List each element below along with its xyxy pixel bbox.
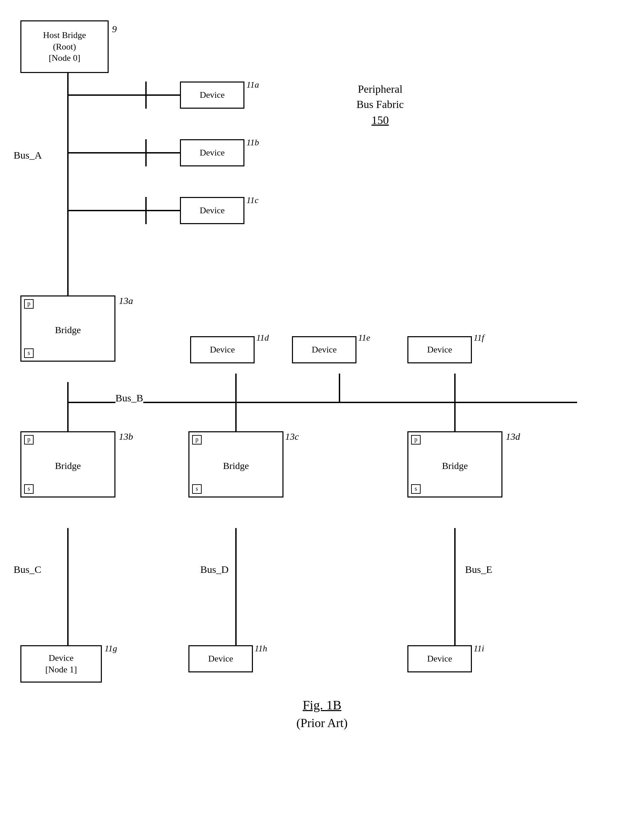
device-11h-label: Device xyxy=(208,653,233,665)
device-11b-box: Device xyxy=(180,139,244,166)
device-11g-box: Device [Node 1] xyxy=(20,645,102,683)
bus-a-label: Bus_A xyxy=(14,149,42,161)
bus-e-label: Bus_E xyxy=(465,564,492,575)
bridge-13c-label: Bridge xyxy=(223,460,249,472)
device-11f-box: Device xyxy=(407,336,472,363)
ref-13d: 13d xyxy=(506,431,520,442)
bridge-13d-box: p Bridge s xyxy=(407,431,502,498)
bridge-13d-port-s: s xyxy=(411,484,420,494)
peripheral-number: 150 xyxy=(371,114,389,126)
host-bridge-box: Host Bridge (Root) [Node 0] xyxy=(20,20,109,73)
ref-11i: 11i xyxy=(474,643,484,654)
figure-caption: Fig. 1B (Prior Art) xyxy=(0,698,644,730)
ref-11c: 11c xyxy=(246,195,259,205)
device-11a-label: Device xyxy=(200,89,225,101)
ref-11g: 11g xyxy=(105,643,117,654)
bridge-13a-box: p Bridge s xyxy=(20,296,115,362)
host-bridge-label: Host Bridge (Root) [Node 0] xyxy=(43,30,86,64)
device-11i-label: Device xyxy=(427,653,452,665)
device-11e-box: Device xyxy=(292,336,356,363)
peripheral-text: PeripheralBus Fabric xyxy=(356,83,404,110)
bridge-13b-box: p Bridge s xyxy=(20,431,115,498)
ref-13a: 13a xyxy=(119,296,133,306)
bridge-13a-port-s: s xyxy=(24,349,34,358)
bus-d-label: Bus_D xyxy=(200,564,229,575)
bridge-13b-label: Bridge xyxy=(55,460,81,472)
bridge-13c-port-p: p xyxy=(192,435,201,445)
device-11e-label: Device xyxy=(312,344,337,355)
bridge-13a-label: Bridge xyxy=(55,324,81,336)
bridge-13b-port-p: p xyxy=(24,435,34,445)
ref-9: 9 xyxy=(112,24,117,35)
fig-title: Fig. 1B xyxy=(0,698,644,712)
peripheral-label: PeripheralBus Fabric 150 xyxy=(356,82,404,128)
connector-lines xyxy=(0,0,644,747)
ref-13b: 13b xyxy=(119,431,133,442)
device-11c-label: Device xyxy=(200,205,225,216)
device-11i-box: Device xyxy=(407,645,472,672)
bridge-13b-port-s: s xyxy=(24,484,34,494)
bridge-13c-box: p Bridge s xyxy=(189,431,283,498)
device-11h-box: Device xyxy=(189,645,253,672)
device-11g-label: Device [Node 1] xyxy=(45,652,77,675)
bridge-13c-port-s: s xyxy=(192,484,201,494)
ref-11f: 11f xyxy=(474,333,484,343)
ref-11d: 11d xyxy=(256,333,269,343)
bridge-13d-port-p: p xyxy=(411,435,420,445)
ref-11h: 11h xyxy=(255,643,267,654)
device-11a-box: Device xyxy=(180,82,244,109)
bus-c-label: Bus_C xyxy=(14,564,42,575)
device-11b-label: Device xyxy=(200,147,225,158)
bridge-13a-port-p: p xyxy=(24,299,34,309)
fig-sub: (Prior Art) xyxy=(0,716,644,730)
device-11f-label: Device xyxy=(427,344,452,355)
ref-11e: 11e xyxy=(358,333,371,343)
device-11d-box: Device xyxy=(190,336,255,363)
device-11d-label: Device xyxy=(210,344,235,355)
diagram: Host Bridge (Root) [Node 0] 9 Bus_A Peri… xyxy=(0,0,644,747)
ref-11b: 11b xyxy=(246,138,259,148)
bridge-13d-label: Bridge xyxy=(442,460,468,472)
ref-13c: 13c xyxy=(285,431,299,442)
device-11c-box: Device xyxy=(180,197,244,224)
ref-11a: 11a xyxy=(246,80,259,90)
bus-b-label: Bus_B xyxy=(115,392,143,404)
